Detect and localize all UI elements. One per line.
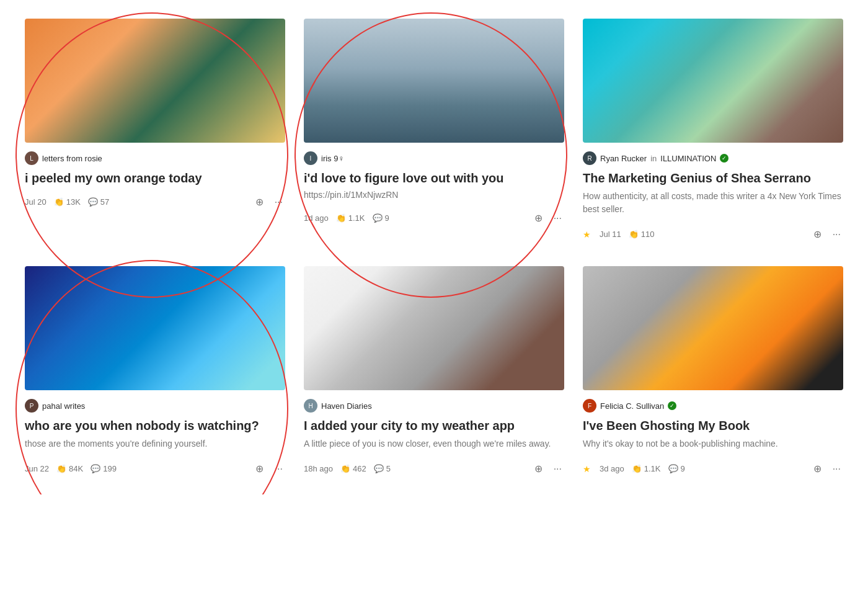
article-title-1[interactable]: i peeled my own orange today [25, 170, 285, 186]
comment-stat-5: 💬5 [374, 464, 391, 473]
footer-right-6: ⊕··· [811, 462, 843, 476]
article-subtitle-5: A little piece of you is now closer, eve… [304, 437, 564, 450]
comment-count-1: 57 [100, 197, 109, 207]
clap-icon-6: 👏 [632, 464, 642, 473]
article-card-2: Iiris 9♀i'd love to figure love out with… [304, 19, 564, 225]
article-date-1: Jul 20 [25, 197, 46, 207]
article-date-2: 1d ago [304, 213, 329, 223]
comment-count-4: 199 [103, 464, 117, 473]
more-button-6[interactable]: ··· [830, 462, 843, 476]
save-button-3[interactable]: ⊕ [811, 227, 824, 241]
card-wrapper-5: HHaven DiariesI added your city to my we… [304, 266, 564, 476]
author-name-3[interactable]: Ryan Rucker [600, 154, 647, 163]
footer-left-5: 18h ago👏462💬5 [304, 464, 391, 473]
comment-icon-2: 💬 [373, 213, 383, 223]
article-date-6: 3d ago [600, 464, 624, 473]
clap-count-4: 84K [69, 464, 83, 473]
article-link-2[interactable]: https://pin.it/1MxNjwzRN [304, 190, 564, 200]
author-name-2[interactable]: iris 9♀ [321, 154, 344, 163]
clap-icon-2: 👏 [336, 213, 346, 223]
card-wrapper-1: Lletters from rosiei peeled my own orang… [25, 19, 285, 241]
author-line-6: FFelicia C. Sullivan✓ [583, 399, 843, 413]
author-name-6[interactable]: Felicia C. Sullivan [600, 401, 664, 411]
article-image-1[interactable] [25, 19, 285, 143]
star-icon-6: ★ [583, 464, 591, 474]
comment-icon-1: 💬 [88, 197, 98, 207]
clap-stat-1: 👏13K [54, 197, 81, 207]
save-button-5[interactable]: ⊕ [532, 462, 545, 476]
article-title-3[interactable]: The Marketing Genius of Shea Serrano [583, 170, 843, 186]
in-text-3: in [650, 154, 657, 163]
author-line-1: Lletters from rosie [25, 151, 285, 165]
article-image-5[interactable] [304, 266, 564, 390]
article-date-3: Jul 11 [600, 230, 621, 239]
publication-link-3[interactable]: ILLUMINATION [660, 154, 716, 163]
more-button-2[interactable]: ··· [551, 212, 564, 225]
article-image-3[interactable] [583, 19, 843, 143]
author-avatar-6: F [583, 399, 596, 413]
footer-right-3: ⊕··· [811, 227, 843, 241]
clap-stat-2: 👏1.1K [336, 213, 365, 223]
save-button-6[interactable]: ⊕ [811, 462, 824, 476]
card-wrapper-2: Iiris 9♀i'd love to figure love out with… [304, 19, 564, 241]
save-button-1[interactable]: ⊕ [253, 195, 266, 209]
author-line-2: Iiris 9♀ [304, 151, 564, 165]
article-title-6[interactable]: I've Been Ghosting My Book [583, 418, 843, 434]
author-line-5: HHaven Diaries [304, 399, 564, 413]
footer-right-1: ⊕··· [253, 195, 285, 209]
more-button-3[interactable]: ··· [830, 228, 843, 241]
card-footer-6: ★3d ago👏1.1K💬9⊕··· [583, 457, 843, 476]
author-name-1[interactable]: letters from rosie [42, 154, 102, 163]
more-button-4[interactable]: ··· [272, 462, 285, 476]
author-line-4: Ppahal writes [25, 399, 285, 413]
article-card-5: HHaven DiariesI added your city to my we… [304, 266, 564, 476]
clap-stat-4: 👏84K [56, 464, 83, 473]
verified-badge-6: ✓ [668, 401, 676, 410]
article-image-4[interactable] [25, 266, 285, 390]
clap-icon-3: 👏 [629, 230, 639, 239]
comment-count-6: 9 [681, 464, 685, 473]
card-wrapper-6: FFelicia C. Sullivan✓I've Been Ghosting … [583, 266, 843, 476]
card-footer-1: Jul 20👏13K💬57⊕··· [25, 190, 285, 209]
clap-count-5: 462 [353, 464, 366, 473]
comment-stat-6: 💬9 [668, 464, 685, 473]
article-card-4: Ppahal writeswho are you when nobody is … [25, 266, 285, 476]
article-grid: Lletters from rosiei peeled my own orang… [25, 19, 843, 476]
more-button-5[interactable]: ··· [551, 462, 564, 476]
article-subtitle-3: How authenticity, at all costs, made thi… [583, 190, 843, 216]
footer-left-1: Jul 20👏13K💬57 [25, 197, 109, 207]
article-card-6: FFelicia C. Sullivan✓I've Been Ghosting … [583, 266, 843, 476]
star-icon-3: ★ [583, 230, 591, 239]
verified-badge-3: ✓ [720, 154, 728, 163]
article-card-3: RRyan RuckerinILLUMINATION✓The Marketing… [583, 19, 843, 241]
comment-icon-5: 💬 [374, 464, 384, 473]
card-footer-4: Jun 22👏84K💬199⊕··· [25, 457, 285, 476]
card-wrapper-3: RRyan RuckerinILLUMINATION✓The Marketing… [583, 19, 843, 241]
clap-count-1: 13K [66, 197, 81, 207]
comment-stat-2: 💬9 [373, 213, 389, 223]
comment-stat-1: 💬57 [88, 197, 109, 207]
footer-right-4: ⊕··· [253, 462, 285, 476]
author-avatar-1: L [25, 151, 38, 165]
save-button-2[interactable]: ⊕ [532, 211, 545, 225]
author-name-4[interactable]: pahal writes [42, 401, 85, 411]
author-avatar-4: P [25, 399, 38, 413]
author-avatar-3: R [583, 151, 596, 165]
author-name-5[interactable]: Haven Diaries [321, 401, 372, 411]
comment-icon-4: 💬 [91, 464, 100, 473]
article-image-6[interactable] [583, 266, 843, 390]
article-title-4[interactable]: who are you when nobody is watching? [25, 418, 285, 434]
article-date-5: 18h ago [304, 464, 333, 473]
article-title-5[interactable]: I added your city to my weather app [304, 418, 564, 434]
clap-icon-1: 👏 [54, 197, 64, 207]
more-button-1[interactable]: ··· [272, 195, 285, 209]
card-footer-2: 1d ago👏1.1K💬9⊕··· [304, 206, 564, 225]
article-subtitle-4: those are the moments you're defining yo… [25, 437, 285, 450]
article-image-2[interactable] [304, 19, 564, 143]
article-title-2[interactable]: i'd love to figure love out with you [304, 170, 564, 186]
author-avatar-5: H [304, 399, 317, 413]
clap-stat-3: 👏110 [629, 230, 655, 239]
comment-icon-6: 💬 [668, 464, 678, 473]
save-button-4[interactable]: ⊕ [253, 462, 266, 476]
footer-left-3: ★Jul 11👏110 [583, 230, 654, 239]
